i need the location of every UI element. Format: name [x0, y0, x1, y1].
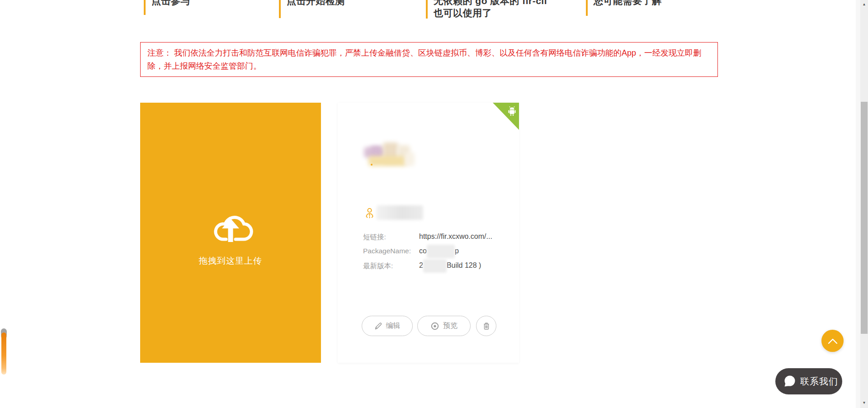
packagename-value: cop	[419, 247, 459, 255]
android-icon	[507, 106, 517, 116]
version-redacted-blur	[423, 259, 447, 273]
scrollbar-down-arrow[interactable]: ▼	[860, 401, 868, 405]
contact-us-label: 联系我们	[800, 375, 838, 388]
upload-label: 拖拽到这里上传	[140, 255, 321, 267]
scrollbar-track[interactable]: ▲ ▼	[860, 0, 868, 408]
page-right-gutter	[856, 0, 860, 408]
platform-corner-badge	[493, 103, 519, 130]
section-title-1-text: 点击参与	[151, 0, 273, 7]
section-title-3-text-line1: 无依赖的 go 版本的 fir-cli	[434, 0, 580, 7]
edit-button[interactable]: 编辑	[362, 316, 413, 336]
app-card: 短链接: https://fir.xcxwo.com/... PackageNa…	[338, 103, 519, 363]
section-title-3[interactable]: 无依赖的 go 版本的 fir-cli 也可以使用了	[426, 0, 580, 19]
app-name-redacted	[377, 205, 423, 220]
version-value: 2Build 128 )	[419, 261, 481, 270]
eye-icon	[430, 322, 439, 331]
orange-scroll-indicator[interactable]	[1, 332, 6, 375]
app-icon-redacted	[364, 140, 416, 168]
packagename-redacted-blur	[427, 245, 455, 258]
scrollbar-up-arrow[interactable]: ▲	[860, 2, 868, 6]
anti-fraud-notice: 注意： 我们依法全力打击和防范互联网电信诈骗犯罪，严禁上传金融借贷、区块链虚拟币…	[140, 42, 718, 77]
shortlink-label: 短链接:	[363, 232, 386, 242]
notice-prefix: 注意：	[147, 48, 172, 57]
preview-button-label: 预览	[443, 321, 458, 331]
pencil-icon	[374, 322, 382, 330]
version-label: 最新版本:	[363, 261, 393, 271]
section-title-4-text: 您可能需要了解	[594, 0, 703, 7]
trash-icon	[482, 322, 491, 330]
section-title-3-text-line2: 也可以使用了	[434, 7, 580, 19]
section-title-2-text: 点击开始检测	[287, 0, 419, 7]
back-to-top-button[interactable]	[821, 330, 844, 352]
chevron-up-icon	[827, 337, 839, 345]
shortlink-value[interactable]: https://fir.xcxwo.com/...	[419, 232, 492, 241]
app-icon-blur-blob	[368, 156, 406, 166]
scrollbar-thumb[interactable]	[861, 102, 868, 334]
delete-button[interactable]	[476, 316, 496, 336]
chat-bubble-icon	[783, 375, 796, 388]
cloud-upload-icon	[207, 203, 254, 250]
section-title-1[interactable]: 点击参与	[144, 0, 273, 15]
preview-button[interactable]: 预览	[417, 316, 471, 336]
person-icon	[365, 207, 374, 218]
contact-us-button[interactable]: 联系我们	[775, 368, 842, 394]
app-owner-row	[365, 205, 423, 220]
section-title-4[interactable]: 您可能需要了解	[586, 0, 703, 16]
app-icon-blur-blob	[405, 152, 415, 166]
packagename-label: PackageName:	[363, 247, 411, 255]
notice-text: 我们依法全力打击和防范互联网电信诈骗犯罪，严禁上传金融借贷、区块链虚拟币、博彩、…	[147, 48, 701, 71]
section-title-2[interactable]: 点击开始检测	[279, 0, 419, 18]
upload-dropzone[interactable]: 拖拽到这里上传	[140, 103, 321, 363]
edit-button-label: 编辑	[386, 321, 401, 331]
app-icon-dot	[371, 164, 373, 166]
